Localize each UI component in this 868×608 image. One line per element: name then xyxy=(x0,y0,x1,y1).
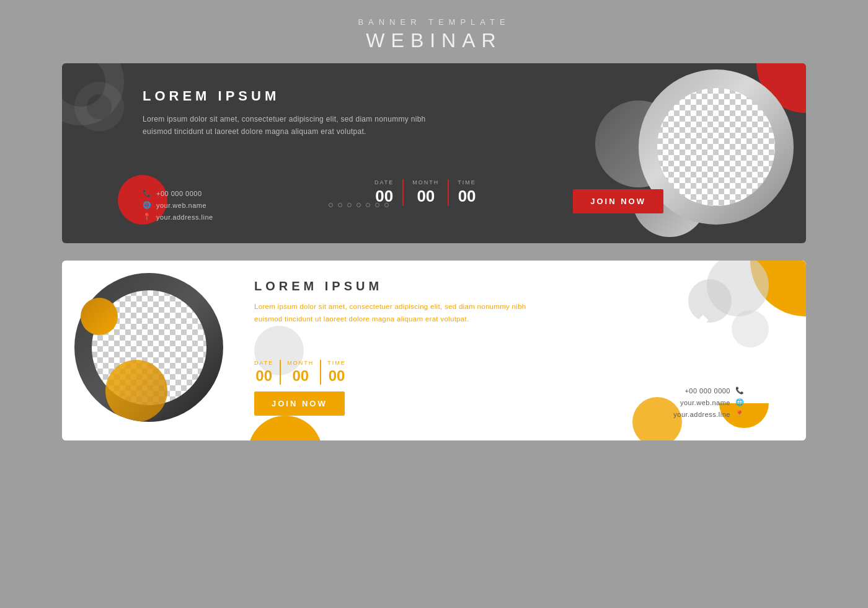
b2-website-text: your.web.name xyxy=(680,399,730,406)
b2-gray-circle-3 xyxy=(732,310,769,347)
b1-contacts: 📞 +00 000 0000 🌐 your.web.name 📍 your.ad… xyxy=(143,189,213,225)
page-title: WEBINAR xyxy=(358,29,510,52)
b1-join-button[interactable]: JOIN NOW xyxy=(573,189,663,213)
b1-date-item: DATE 00 xyxy=(366,179,404,206)
b1-dot-7 xyxy=(384,203,389,207)
b1-text-content: LOREM IPSUM Lorem ipsum dolor sit amet, … xyxy=(143,88,453,138)
b2-time-label: TIME xyxy=(327,360,346,366)
b2-text-content: LOREM IPSUM Lorem ipsum dolor sit amet, … xyxy=(254,279,552,325)
b1-time-label: TIME xyxy=(458,179,476,186)
b1-dot-4 xyxy=(356,203,361,207)
b1-address-text: your.address.line xyxy=(156,213,213,221)
page-header: BANNER TEMPLATE WEBINAR xyxy=(358,0,510,63)
b2-title: LOREM IPSUM xyxy=(254,279,552,293)
b2-month-value: 00 xyxy=(287,367,314,385)
b1-dot-2 xyxy=(338,203,342,207)
b2-web-icon: 🌐 xyxy=(735,398,744,406)
b2-month-label: MONTH xyxy=(287,360,314,366)
b2-phone-icon: 📞 xyxy=(735,387,744,395)
b2-address-text: your.address.line xyxy=(673,411,730,418)
b1-dots-row xyxy=(329,203,389,207)
page-subtitle: BANNER TEMPLATE xyxy=(358,17,510,27)
b1-datetime-row: DATE 00 MONTH 00 TIME 00 xyxy=(366,179,485,206)
b1-month-label: MONTH xyxy=(412,179,439,186)
b1-month-item: MONTH 00 xyxy=(404,179,449,206)
b1-month-value: 00 xyxy=(412,187,439,206)
b1-website-row: 🌐 your.web.name xyxy=(143,201,213,209)
b1-title: LOREM IPSUM xyxy=(143,88,453,104)
b1-location-icon: 📍 xyxy=(143,213,151,221)
b2-website-row: your.web.name 🌐 xyxy=(673,398,744,406)
banner1: LOREM IPSUM Lorem ipsum dolor sit amet, … xyxy=(62,63,806,243)
b1-web-icon: 🌐 xyxy=(143,201,151,209)
b1-phone-text: +00 000 0000 xyxy=(156,190,202,197)
b1-dot-5 xyxy=(366,203,370,207)
b1-website-text: your.web.name xyxy=(156,202,206,209)
b2-date-item: DATE 00 xyxy=(254,360,281,385)
b2-time-value: 00 xyxy=(327,367,346,385)
b1-address-row: 📍 your.address.line xyxy=(143,213,213,221)
b1-dot-3 xyxy=(347,203,352,207)
b2-orange-arc-bottom xyxy=(248,416,322,440)
banner2: LOREM IPSUM Lorem ipsum dolor sit amet, … xyxy=(62,261,806,440)
b2-month-item: MONTH 00 xyxy=(281,360,321,385)
b2-join-button[interactable]: JOIN NOW xyxy=(254,391,345,416)
b2-phone-text: +00 000 0000 xyxy=(684,387,730,395)
b2-date-value: 00 xyxy=(254,367,273,385)
b2-datetime-row: DATE 00 MONTH 00 TIME 00 xyxy=(254,360,352,385)
b1-phone-row: 📞 +00 000 0000 xyxy=(143,189,213,197)
b2-phone-row: +00 000 0000 📞 xyxy=(673,387,744,395)
b1-date-label: DATE xyxy=(374,179,394,186)
b2-gold-arc-decoration xyxy=(81,298,118,335)
b1-time-value: 00 xyxy=(458,187,476,206)
b2-gray-circle-2 xyxy=(688,279,732,323)
b1-phone-icon: 📞 xyxy=(143,189,151,197)
b2-circle-orange-arc xyxy=(105,360,167,422)
b2-photo-area xyxy=(74,273,229,428)
b1-time-item: TIME 00 xyxy=(449,179,485,206)
b1-photo-placeholder xyxy=(657,88,775,206)
b1-dot-6 xyxy=(375,203,379,207)
b2-date-label: DATE xyxy=(254,360,273,366)
b2-contacts: +00 000 0000 📞 your.web.name 🌐 your.addr… xyxy=(673,387,744,422)
b1-dot-1 xyxy=(329,203,333,207)
b2-description: Lorem ipsum dolor sit amet, consectetuer… xyxy=(254,301,552,325)
b2-photo-ring xyxy=(74,273,223,422)
b2-time-item: TIME 00 xyxy=(321,360,352,385)
b1-bg-circle-small xyxy=(74,82,124,132)
b1-description: Lorem ipsum dolor sit amet, consectetuer… xyxy=(143,113,453,138)
b2-address-row: your.address.line 📍 xyxy=(673,410,744,418)
b2-location-icon: 📍 xyxy=(735,410,744,418)
